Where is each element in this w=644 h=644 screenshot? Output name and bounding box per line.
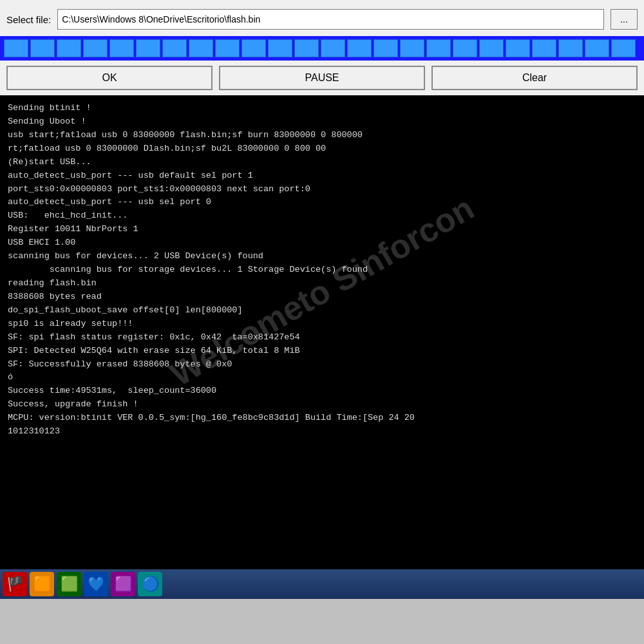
taskbar-icon-6[interactable]: 🔵: [138, 572, 162, 596]
taskbar-icon-1[interactable]: 🏴: [3, 572, 27, 596]
progress-segment: [189, 39, 213, 57]
progress-segment: [136, 39, 160, 57]
terminal-line: 1012310123: [8, 425, 636, 439]
terminal-line: rt;fatload usb 0 83000000 Dlash.bin;sf b…: [8, 142, 636, 156]
terminal: Welcometo Sinforcon Sending btinit !Send…: [0, 95, 644, 585]
terminal-line: SF: spi flash status register: 0x1c, 0x4…: [8, 331, 636, 345]
terminal-line: auto_detect_usb_port --- usb sel port 0: [8, 196, 636, 209]
taskbar-icons: 🏴 🟧 🟩 💙 🟪 🔵: [3, 572, 162, 596]
terminal-line: Sending btinit !: [8, 102, 636, 115]
progress-segment: [242, 39, 266, 57]
progress-segment: [215, 39, 240, 57]
terminal-line: auto_detect_usb_port --- usb default sel…: [8, 169, 636, 183]
progress-segment: [611, 39, 636, 57]
progress-segment: [321, 39, 345, 57]
progress-segment: [294, 39, 319, 57]
progress-segment: [532, 39, 556, 57]
button-row: OK PAUSE Clear: [0, 61, 644, 95]
progress-segment: [374, 39, 398, 57]
terminal-line: scanning bus for devices... 2 USB Device…: [8, 250, 636, 263]
taskbar: 🏴 🟧 🟩 💙 🟪 🔵: [0, 569, 644, 599]
terminal-line: USB EHCI 1.00: [8, 236, 636, 250]
select-file-label: Select file:: [6, 14, 51, 25]
terminal-line: USB: ehci_hcd_init...: [8, 209, 636, 223]
progress-segment: [4, 39, 28, 57]
progress-segment: [585, 39, 609, 57]
terminal-line: MCPU: version:btinit VER 0.0.5_sym:[hg_1…: [8, 412, 636, 425]
terminal-line: Success, upgrade finish !: [8, 398, 636, 412]
terminal-line: port_sts0:0x00000803 port_sts1:0x0000080…: [8, 183, 636, 196]
progress-segment: [83, 39, 108, 57]
clear-button[interactable]: Clear: [431, 66, 638, 90]
pause-button[interactable]: PAUSE: [219, 66, 425, 90]
progress-segment: [426, 39, 451, 57]
ok-button[interactable]: OK: [6, 66, 213, 90]
file-path-input[interactable]: [57, 9, 604, 30]
terminal-line: ó: [8, 371, 636, 384]
terminal-line: Register 10011 NbrPorts 1: [8, 223, 636, 236]
terminal-line: reading flash.bin: [8, 277, 636, 290]
browse-button[interactable]: ...: [611, 9, 638, 30]
terminal-line: scanning bus for storage devices... 1 St…: [8, 263, 636, 277]
terminal-line: SF: Successfully erased 8388608 bytes @ …: [8, 358, 636, 372]
progress-segment: [162, 39, 187, 57]
taskbar-icon-3[interactable]: 🟩: [57, 572, 81, 596]
terminal-line: usb start;fatload usb 0 83000000 flash.b…: [8, 129, 636, 142]
progress-segment: [57, 39, 81, 57]
terminal-line: do_spi_flash_uboot_save offset[0] len[80…: [8, 304, 636, 317]
app-window: Select file: ... OK PAUSE Clear Welcomet…: [0, 0, 644, 599]
progress-segment: [558, 39, 583, 57]
top-bar: Select file: ...: [0, 0, 644, 36]
taskbar-icon-4[interactable]: 💙: [84, 572, 108, 596]
terminal-line: 8388608 bytes read: [8, 290, 636, 304]
progress-segment: [109, 39, 134, 57]
progress-segment: [30, 39, 55, 57]
progress-segment: [453, 39, 477, 57]
progress-segment: [479, 39, 504, 57]
terminal-line: spi0 is already setup!!!: [8, 317, 636, 331]
progress-segment: [268, 39, 292, 57]
progress-segment: [347, 39, 372, 57]
terminal-line: Sending Uboot !: [8, 115, 636, 129]
terminal-line: SPI: Detected W25Q64 with erase size 64 …: [8, 345, 636, 358]
progress-segment: [400, 39, 424, 57]
progress-segment: [506, 39, 530, 57]
taskbar-icon-2[interactable]: 🟧: [30, 572, 54, 596]
terminal-line: Success time:49531ms, sleep_count=36000: [8, 384, 636, 398]
progress-bar: [0, 36, 644, 61]
terminal-line: (Re)start USB...: [8, 156, 636, 169]
taskbar-icon-5[interactable]: 🟪: [111, 572, 135, 596]
